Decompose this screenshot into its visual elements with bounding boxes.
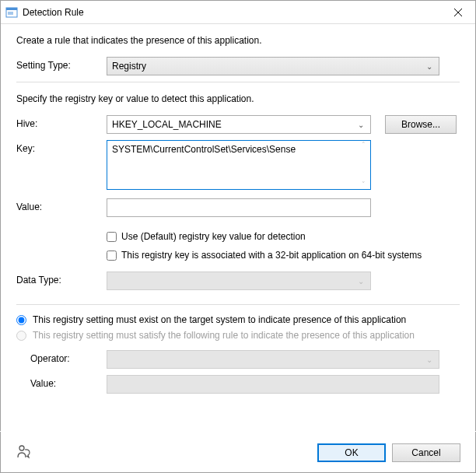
close-button[interactable]	[440, 1, 475, 24]
divider	[16, 82, 460, 82]
operator-dropdown: ⌄	[107, 350, 439, 369]
use-default-checkbox[interactable]	[107, 232, 117, 242]
rule-value-label: Value:	[30, 375, 107, 389]
setting-type-dropdown[interactable]: Registry ⌄	[107, 57, 439, 75]
hive-value: HKEY_LOCAL_MACHINE	[112, 119, 222, 130]
radio-must-exist[interactable]	[16, 315, 26, 325]
assoc-32bit-checkbox[interactable]	[107, 251, 117, 261]
svg-point-6	[19, 446, 24, 450]
feedback-icon[interactable]	[16, 443, 31, 461]
operator-label: Operator:	[30, 350, 107, 364]
chevron-down-icon: ⌄	[358, 277, 364, 286]
radio-satisfy-rule	[16, 331, 26, 341]
key-input[interactable]	[107, 140, 371, 190]
hive-label: Hive:	[16, 115, 107, 129]
setting-type-label: Setting Type:	[16, 57, 107, 71]
app-icon	[5, 6, 18, 19]
chevron-down-icon: ⌄	[358, 121, 364, 129]
window-title: Detection Rule	[23, 7, 440, 18]
footer: OK Cancel	[0, 431, 476, 473]
radio-satisfy-rule-label: This registry setting must satisfy the f…	[33, 330, 415, 341]
chevron-down-icon: ⌄	[426, 356, 432, 364]
value-label: Value:	[16, 198, 107, 212]
radio-must-exist-label: This registry setting must exist on the …	[33, 314, 406, 325]
data-type-label: Data Type:	[16, 272, 107, 286]
cancel-button[interactable]: Cancel	[392, 443, 460, 462]
ok-button[interactable]: OK	[317, 443, 386, 462]
hive-dropdown[interactable]: HKEY_LOCAL_MACHINE ⌄	[107, 115, 371, 134]
intro-text: Create a rule that indicates the presenc…	[16, 35, 460, 46]
key-label: Key:	[16, 140, 107, 154]
assoc-32bit-label: This registry key is associated with a 3…	[121, 250, 422, 261]
setting-type-value: Registry	[112, 61, 146, 72]
svg-rect-1	[6, 8, 17, 10]
specify-text: Specify the registry key or value to det…	[16, 93, 460, 104]
use-default-label: Use (Default) registry key value for det…	[121, 231, 306, 242]
data-type-dropdown: ⌄	[107, 272, 371, 290]
browse-button[interactable]: Browse...	[385, 115, 457, 134]
divider	[16, 304, 460, 305]
rule-value-input	[107, 375, 439, 394]
value-input[interactable]	[107, 198, 371, 217]
close-icon	[454, 9, 462, 16]
chevron-down-icon: ⌄	[426, 62, 432, 71]
titlebar: Detection Rule	[1, 1, 475, 24]
